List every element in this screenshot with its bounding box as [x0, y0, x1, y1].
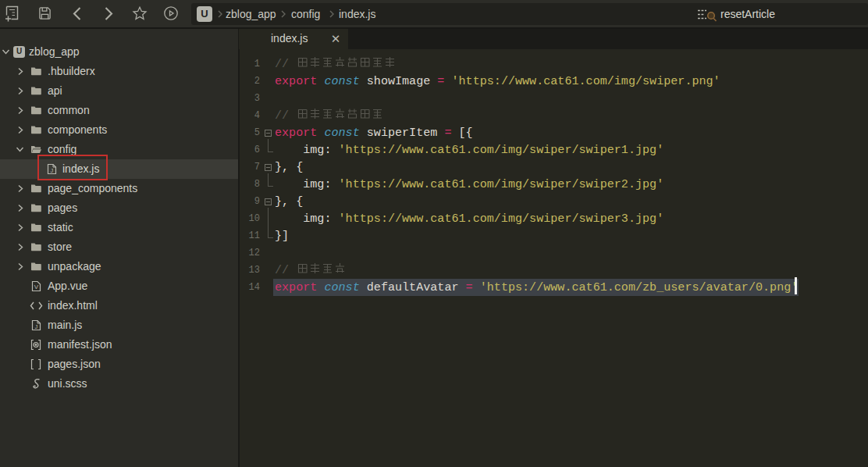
svg-text:V: V [34, 283, 39, 291]
svg-text:J: J [34, 323, 37, 330]
